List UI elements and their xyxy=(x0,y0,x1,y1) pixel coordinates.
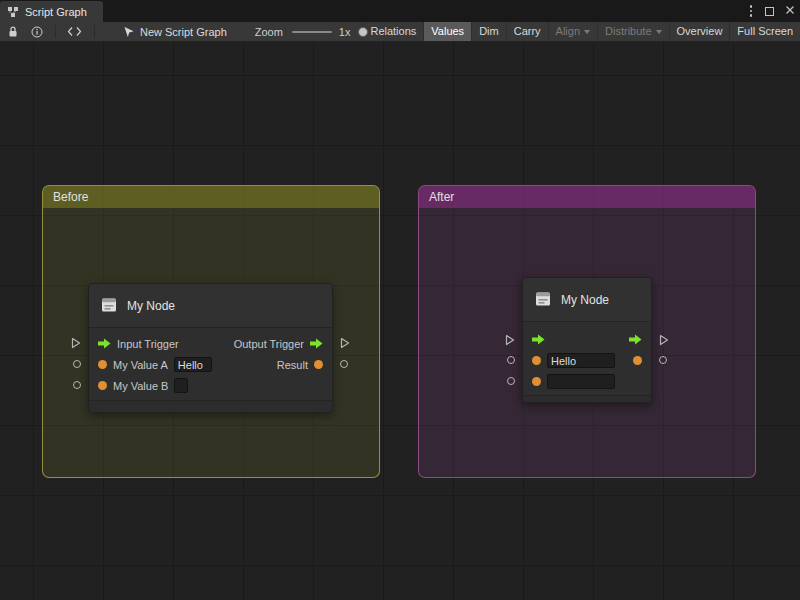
external-flow-port-icon[interactable] xyxy=(340,337,350,349)
result-port-icon[interactable] xyxy=(633,356,642,365)
my-value-a-label: My Value A xyxy=(113,359,168,371)
result-port-icon[interactable] xyxy=(314,360,323,369)
output-trigger-label: Output Trigger xyxy=(234,338,304,350)
my-value-b-label: My Value B xyxy=(113,380,168,392)
dim-button[interactable]: Dim xyxy=(471,22,506,42)
carry-button[interactable]: Carry xyxy=(506,22,548,42)
window-controls xyxy=(748,0,796,22)
script-graph-icon xyxy=(7,6,19,18)
close-icon[interactable] xyxy=(785,5,795,17)
node-my-node-before[interactable]: My Node Input Trigger Output Trigger xyxy=(88,283,333,413)
external-value-port-icon[interactable] xyxy=(507,356,515,364)
my-value-a-field[interactable] xyxy=(547,353,615,368)
my-value-a-port-icon[interactable] xyxy=(98,360,107,369)
graph-pointer-icon xyxy=(123,26,134,38)
distribute-dropdown[interactable]: Distribute xyxy=(597,22,668,42)
code-view-icon[interactable] xyxy=(67,26,82,37)
output-trigger-port-icon[interactable] xyxy=(629,334,642,345)
port-row-value-b xyxy=(523,371,651,392)
my-value-b-port-icon[interactable] xyxy=(98,381,107,390)
my-value-a-port-icon[interactable] xyxy=(532,356,541,365)
input-trigger-label: Input Trigger xyxy=(117,338,179,350)
input-trigger-port-icon[interactable] xyxy=(98,338,111,349)
port-row-value-a xyxy=(523,350,651,371)
external-flow-port-icon[interactable] xyxy=(505,334,515,346)
node-icon xyxy=(533,289,553,311)
align-dropdown[interactable]: Align xyxy=(548,22,597,42)
tab-bar: Script Graph xyxy=(0,0,800,22)
external-flow-port-icon[interactable] xyxy=(71,337,81,349)
output-trigger-port-icon[interactable] xyxy=(310,338,323,349)
dropdown-arrow-icon xyxy=(584,30,590,34)
zoom-value: 1x xyxy=(339,26,351,38)
node-footer xyxy=(523,395,651,402)
node-icon xyxy=(99,295,119,317)
relations-button[interactable]: Relations xyxy=(362,22,423,42)
external-value-port-icon[interactable] xyxy=(507,377,515,385)
external-value-port-icon[interactable] xyxy=(73,360,81,368)
graph-canvas[interactable]: Before After My Node Input xyxy=(0,42,800,600)
my-value-b-field[interactable] xyxy=(547,374,615,389)
values-button[interactable]: Values xyxy=(423,22,471,42)
node-my-node-after[interactable]: My Node xyxy=(522,277,652,403)
node-header[interactable]: My Node xyxy=(89,284,332,328)
graph-breadcrumb[interactable]: New Script Graph xyxy=(140,26,227,38)
tab-script-graph[interactable]: Script Graph xyxy=(0,1,103,22)
unity-script-graph-window: Script Graph New Script Graph Zoom xyxy=(0,0,800,600)
zoom-slider-track[interactable] xyxy=(292,31,332,33)
node-body xyxy=(523,322,651,392)
tab-label: Script Graph xyxy=(25,6,87,18)
external-value-port-icon[interactable] xyxy=(659,356,667,364)
align-label: Align xyxy=(556,22,580,41)
distribute-label: Distribute xyxy=(605,22,651,41)
zoom-label: Zoom xyxy=(255,26,283,38)
info-icon[interactable] xyxy=(31,26,43,38)
zoom-slider-thumb[interactable] xyxy=(358,27,368,37)
node-body: Input Trigger Output Trigger My Value A … xyxy=(89,328,332,396)
port-row-triggers: Input Trigger Output Trigger xyxy=(89,333,332,354)
graph-toolbar: New Script Graph Zoom 1x Relations Value… xyxy=(0,22,800,42)
external-value-port-icon[interactable] xyxy=(340,360,348,368)
port-row-value-b: My Value B xyxy=(89,375,332,396)
zoom-slider[interactable] xyxy=(292,26,332,38)
dropdown-arrow-icon xyxy=(656,30,662,34)
node-header[interactable]: My Node xyxy=(523,278,651,322)
external-value-port-icon[interactable] xyxy=(73,381,81,389)
my-value-a-field[interactable] xyxy=(174,357,212,372)
node-footer xyxy=(89,400,332,412)
input-trigger-port-icon[interactable] xyxy=(532,334,545,345)
port-row-value-a: My Value A Result xyxy=(89,354,332,375)
group-before-title: Before xyxy=(53,190,88,204)
group-before-header[interactable]: Before xyxy=(43,186,379,208)
my-value-b-port-icon[interactable] xyxy=(532,377,541,386)
external-flow-port-icon[interactable] xyxy=(659,334,669,346)
my-value-b-field[interactable] xyxy=(174,378,188,393)
result-label: Result xyxy=(277,359,308,371)
kebab-menu-icon[interactable] xyxy=(748,3,755,19)
maximize-icon[interactable] xyxy=(765,7,774,16)
node-title: My Node xyxy=(561,293,609,307)
lock-icon[interactable] xyxy=(7,25,19,38)
group-after-header[interactable]: After xyxy=(419,186,755,208)
overview-button[interactable]: Overview xyxy=(669,22,730,42)
fullscreen-button[interactable]: Full Screen xyxy=(729,22,800,42)
port-row-triggers xyxy=(523,329,651,350)
group-after-title: After xyxy=(429,190,454,204)
node-title: My Node xyxy=(127,299,175,313)
